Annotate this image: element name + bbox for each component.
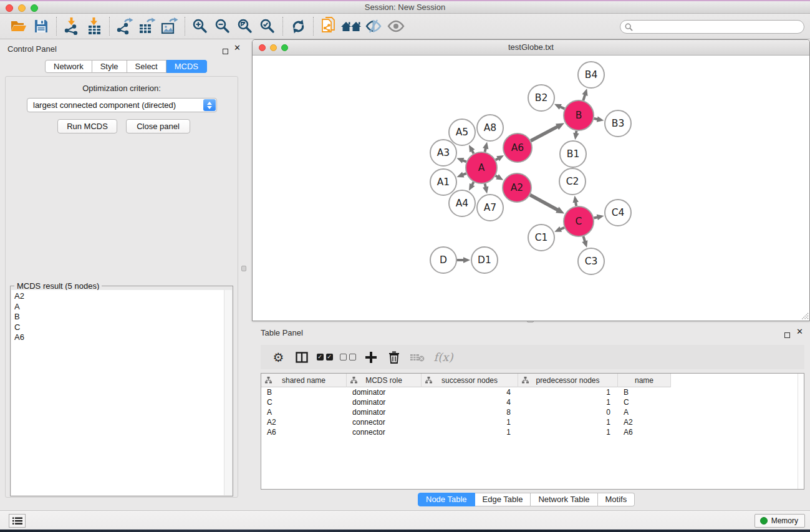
table-row[interactable]: Cdominator41C <box>261 397 798 407</box>
table-cell[interactable]: C <box>618 397 671 407</box>
zoom-out-button[interactable] <box>211 16 234 37</box>
tab-network[interactable]: Network <box>45 60 92 73</box>
table-panel-float-button[interactable] <box>784 329 790 341</box>
close-window-button[interactable] <box>6 4 13 12</box>
search-input[interactable] <box>633 22 804 31</box>
network-window-titlebar[interactable]: testGlobe.txt <box>253 40 809 56</box>
mcds-result-item[interactable]: A <box>14 302 232 312</box>
mcds-result-item[interactable]: C <box>14 322 232 333</box>
add-column-button[interactable] <box>359 347 382 367</box>
tab-edge-table[interactable]: Edge Table <box>475 493 531 506</box>
tab-network-table[interactable]: Network Table <box>531 493 597 506</box>
network-canvas[interactable]: AA1A3A5A8A4A7A6A2BB1B2B3B4CC1C2C3C4DD1 <box>253 56 809 321</box>
zoom-selected-button[interactable] <box>256 16 279 37</box>
table-row[interactable]: A2connector11A2 <box>261 417 798 427</box>
network-zoom-button[interactable] <box>281 44 288 51</box>
network-graph[interactable]: AA1A3A5A8A4A7A6A2BB1B2B3B4CC1C2C3C4DD1 <box>253 56 809 321</box>
minimize-window-button[interactable] <box>18 4 26 12</box>
select-all-columns-button[interactable]: ✓✓ <box>313 347 336 367</box>
table-cell[interactable]: connector <box>347 427 422 437</box>
control-panel-close-button[interactable]: ✕ <box>234 45 241 51</box>
table-cell[interactable]: A <box>261 407 347 417</box>
table-cell[interactable]: 1 <box>518 427 618 437</box>
control-panel-float-button[interactable] <box>223 46 228 57</box>
deselect-all-columns-button[interactable] <box>336 347 359 367</box>
graph-edge-A6-B[interactable] <box>531 126 558 140</box>
graph-edge-A2-C[interactable] <box>530 195 558 210</box>
memory-button[interactable]: Memory <box>755 514 805 528</box>
table-cell[interactable]: A2 <box>261 417 347 427</box>
table-cell[interactable]: 1 <box>422 417 518 427</box>
window-controls[interactable] <box>6 4 38 12</box>
table-row[interactable]: Bdominator41B <box>261 387 798 397</box>
save-session-button[interactable] <box>30 16 52 37</box>
mcds-result-item[interactable]: A2 <box>14 291 232 302</box>
show-task-history-button[interactable] <box>9 514 26 528</box>
table-cell[interactable]: connector <box>347 417 422 427</box>
hide-graphics-details-button[interactable] <box>362 16 385 37</box>
table-cell[interactable]: dominator <box>347 407 422 417</box>
node-table-body[interactable]: Bdominator41BCdominator41CAdominator80AA… <box>261 387 798 489</box>
column-header-name[interactable]: name <box>618 374 671 387</box>
column-visibility-button[interactable] <box>290 347 313 367</box>
table-cell[interactable]: 4 <box>422 387 518 397</box>
close-panel-button[interactable]: Close panel <box>126 119 190 133</box>
column-header-successor-nodes[interactable]: successor nodes <box>422 374 518 387</box>
table-cell[interactable]: A6 <box>618 427 671 437</box>
table-cell[interactable]: A2 <box>618 417 671 427</box>
mcds-result-item[interactable]: A6 <box>14 332 232 343</box>
table-row[interactable]: Adominator80A <box>261 407 798 417</box>
table-row[interactable]: A6connector11A6 <box>261 427 798 437</box>
tab-select[interactable]: Select <box>127 60 166 73</box>
function-builder-button[interactable]: f(x) <box>428 347 458 367</box>
delete-table-button[interactable] <box>405 347 428 367</box>
import-table-button[interactable] <box>83 16 105 37</box>
mcds-result-item[interactable]: B <box>14 312 232 322</box>
table-cell[interactable]: B <box>261 387 347 397</box>
table-settings-button[interactable]: ⚙ <box>267 347 290 367</box>
tab-style[interactable]: Style <box>92 60 127 73</box>
table-cell[interactable]: dominator <box>347 397 422 407</box>
column-header-shared-name[interactable]: shared name <box>261 374 347 387</box>
run-mcds-button[interactable]: Run MCDS <box>57 119 117 133</box>
search-field[interactable] <box>620 20 804 34</box>
network-window-controls[interactable] <box>259 44 288 51</box>
table-cell[interactable]: 4 <box>422 397 518 407</box>
tab-mcds[interactable]: MCDS <box>166 60 207 73</box>
mcds-result-list[interactable]: A2ABCA6 <box>11 290 232 495</box>
open-session-button[interactable] <box>7 16 30 37</box>
table-cell[interactable]: 1 <box>518 417 618 427</box>
refresh-button[interactable] <box>287 16 309 37</box>
window-resize-grip[interactable] <box>800 311 809 320</box>
tab-motifs[interactable]: Motifs <box>598 493 635 506</box>
export-network-button[interactable] <box>113 16 136 37</box>
column-header-MCDS-role[interactable]: MCDS role <box>347 374 422 387</box>
node-table-scrollbar[interactable] <box>798 374 804 489</box>
table-cell[interactable]: 0 <box>518 407 618 417</box>
column-header-predecessor-nodes[interactable]: predecessor nodes <box>518 374 618 387</box>
delete-column-button[interactable] <box>382 347 405 367</box>
zoom-in-button[interactable] <box>189 16 211 37</box>
tab-node-table[interactable]: Node Table <box>418 493 475 506</box>
table-cell[interactable]: A <box>618 407 671 417</box>
table-cell[interactable]: 1 <box>518 387 618 397</box>
table-cell[interactable]: 1 <box>422 427 518 437</box>
zoom-window-button[interactable] <box>31 4 38 12</box>
table-panel-close-button[interactable]: ✕ <box>796 329 803 335</box>
table-cell[interactable]: dominator <box>347 387 422 397</box>
clone-network-button[interactable] <box>317 16 340 37</box>
table-cell[interactable]: A6 <box>261 427 347 437</box>
home-button[interactable] <box>340 16 362 37</box>
export-table-button[interactable] <box>136 16 158 37</box>
table-cell[interactable]: C <box>261 397 347 407</box>
zoom-fit-button[interactable] <box>234 16 256 37</box>
table-cell[interactable]: B <box>618 387 671 397</box>
optimization-criterion-select[interactable]: largest connected component (directed) <box>27 98 217 112</box>
vertical-divider-grip[interactable] <box>241 266 246 271</box>
network-minimize-button[interactable] <box>270 44 277 51</box>
show-graphics-details-button[interactable] <box>385 16 407 37</box>
export-image-button[interactable] <box>158 16 181 37</box>
network-close-button[interactable] <box>259 44 266 51</box>
table-cell[interactable]: 1 <box>518 397 618 407</box>
mcds-result-scrollbar[interactable] <box>224 290 232 495</box>
